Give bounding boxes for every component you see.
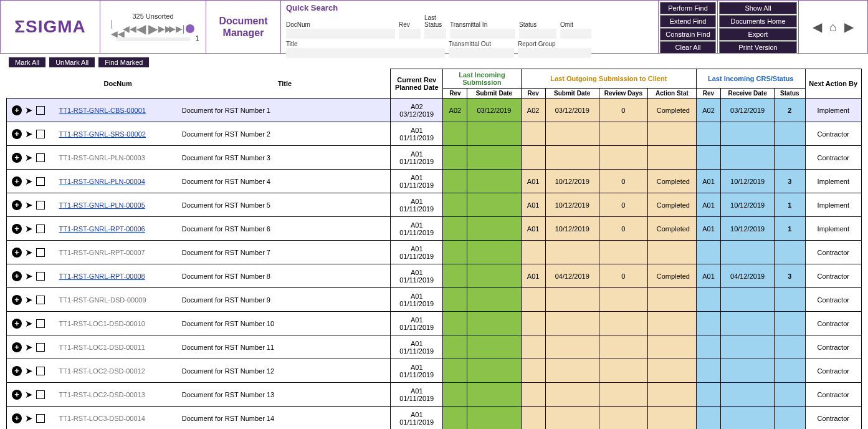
row-checkbox[interactable] xyxy=(36,296,45,304)
row-checkbox[interactable] xyxy=(36,130,45,138)
expand-icon[interactable]: + xyxy=(12,413,22,423)
in-rev xyxy=(443,193,467,217)
crs-date: 10/12/2019 xyxy=(720,170,774,193)
row-checkbox[interactable] xyxy=(36,414,45,423)
row-checkbox[interactable] xyxy=(36,177,45,186)
pin-icon[interactable]: ➤ xyxy=(25,318,33,329)
expand-icon[interactable]: + xyxy=(12,224,22,234)
in-date xyxy=(467,407,521,430)
row-checkbox[interactable] xyxy=(36,343,45,352)
row-checkbox[interactable] xyxy=(36,390,45,399)
pin-icon[interactable]: ➤ xyxy=(25,152,33,163)
crs-rev xyxy=(696,383,720,407)
docnum-link[interactable]: TT1-RST-GNRL-RPT-00008 xyxy=(59,272,145,280)
expand-icon[interactable]: + xyxy=(12,342,22,352)
nav-prev-icon[interactable]: ◀ xyxy=(813,19,822,34)
pin-icon[interactable]: ➤ xyxy=(25,413,33,424)
search-laststatus[interactable] xyxy=(424,29,446,39)
docnum-link[interactable]: TT1-RST-GNRL-SRS-00002 xyxy=(59,130,146,138)
docnum-link: TT1-RST-LOC1-DSD-00010 xyxy=(59,320,145,327)
btn-extend-find[interactable]: Extend Find xyxy=(660,15,716,27)
pin-icon[interactable]: ➤ xyxy=(25,294,33,306)
first-icon[interactable]: |◀◀ xyxy=(112,21,123,36)
search-rev[interactable] xyxy=(399,29,421,39)
btn-print-version[interactable]: Print Version xyxy=(719,41,797,54)
expand-icon[interactable]: + xyxy=(12,176,22,186)
nav-next-icon[interactable]: ▶ xyxy=(844,19,854,34)
search-rgroup[interactable] xyxy=(518,48,591,58)
btn-documents-home[interactable]: Documents Home xyxy=(719,15,797,27)
row-checkbox[interactable] xyxy=(36,272,45,281)
last-icon[interactable]: ▶▶| xyxy=(171,21,183,36)
row-checkbox[interactable] xyxy=(36,319,45,328)
btn-export[interactable]: Export xyxy=(719,28,797,41)
next-icon[interactable]: ▶ xyxy=(148,21,159,36)
pin-icon[interactable]: ➤ xyxy=(25,176,33,187)
pin-icon[interactable]: ➤ xyxy=(25,365,33,377)
expand-icon[interactable]: + xyxy=(12,200,22,210)
row-checkbox[interactable] xyxy=(36,367,45,375)
row-checkbox[interactable] xyxy=(36,224,45,233)
pin-icon[interactable]: ➤ xyxy=(25,128,33,140)
record-dot-icon[interactable] xyxy=(186,24,194,33)
in-date xyxy=(467,193,521,217)
expand-icon[interactable]: + xyxy=(12,366,22,376)
pin-icon[interactable]: ➤ xyxy=(25,223,33,234)
pin-icon[interactable]: ➤ xyxy=(25,200,33,211)
out-stat xyxy=(647,146,696,170)
docnum-link[interactable]: TT1-RST-GNRL-PLN-00005 xyxy=(59,201,145,209)
record-slider[interactable]: 1 xyxy=(116,37,191,41)
btn-perform-find[interactable]: Perform Find xyxy=(660,2,716,14)
pin-icon[interactable]: ➤ xyxy=(25,247,33,258)
pin-icon[interactable]: ➤ xyxy=(25,342,33,353)
out-rev xyxy=(521,288,545,312)
docnum-link[interactable]: TT1-RST-GNRL-PLN-00004 xyxy=(59,178,145,185)
search-docnum[interactable] xyxy=(286,29,395,39)
search-title[interactable] xyxy=(286,48,445,58)
expand-icon[interactable]: + xyxy=(12,295,22,305)
out-date: 04/12/2019 xyxy=(545,264,599,288)
expand-icon[interactable]: + xyxy=(12,129,22,139)
table-row: +➤TT1-RST-GNRL-PLN-00005Document for RST… xyxy=(7,193,862,217)
btn-clear-all[interactable]: Clear All xyxy=(660,41,716,54)
expand-icon[interactable]: + xyxy=(12,390,22,400)
docnum-link[interactable]: TT1-RST-GNRL-RPT-00006 xyxy=(59,225,145,233)
search-tin[interactable] xyxy=(450,29,515,39)
in-rev xyxy=(443,407,467,430)
out-date: 10/12/2019 xyxy=(545,170,599,193)
row-checkbox[interactable] xyxy=(36,106,45,115)
btn-unmark-all[interactable]: UnMark All xyxy=(49,57,95,67)
btn-find-marked[interactable]: Find Marked xyxy=(98,57,149,67)
plan-cell: A0101/11/2019 xyxy=(391,122,443,146)
row-checkbox[interactable] xyxy=(36,201,45,210)
logo-box: ΣSIGMA xyxy=(1,1,100,53)
out-stat xyxy=(647,335,696,359)
pin-icon[interactable]: ➤ xyxy=(25,271,33,282)
row-checkbox[interactable] xyxy=(36,153,45,162)
out-date xyxy=(545,146,599,170)
row-checkbox[interactable] xyxy=(36,248,45,257)
search-tout[interactable] xyxy=(449,48,514,58)
expand-icon[interactable]: + xyxy=(12,271,22,281)
crs-rev: A01 xyxy=(696,193,720,217)
expand-icon[interactable]: + xyxy=(12,248,22,258)
pin-icon[interactable]: ➤ xyxy=(25,105,33,116)
btn-show-all[interactable]: Show All xyxy=(719,2,797,14)
docnum-link[interactable]: TT1-RST-GNRL-CBS-00001 xyxy=(59,107,146,114)
prev-icon[interactable]: ◀ xyxy=(136,21,147,36)
pin-icon[interactable]: ➤ xyxy=(25,389,33,400)
expand-icon[interactable]: + xyxy=(12,105,22,115)
out-days xyxy=(599,312,647,335)
search-status[interactable] xyxy=(519,29,556,39)
btn-constrain-find[interactable]: Constrain Find xyxy=(660,28,716,41)
expand-icon[interactable]: + xyxy=(12,153,22,163)
out-days xyxy=(599,407,647,430)
crs-date xyxy=(720,383,774,407)
search-omit[interactable] xyxy=(560,29,591,39)
table-row: +➤TT1-RST-GNRL-SRS-00002Document for RST… xyxy=(7,122,862,146)
nav-home-icon[interactable]: ⌂ xyxy=(829,20,837,34)
btn-mark-all[interactable]: Mark All xyxy=(9,57,45,67)
prev-page-icon[interactable]: ◀◀ xyxy=(124,21,135,36)
expand-icon[interactable]: + xyxy=(12,319,22,329)
in-date xyxy=(467,241,521,264)
